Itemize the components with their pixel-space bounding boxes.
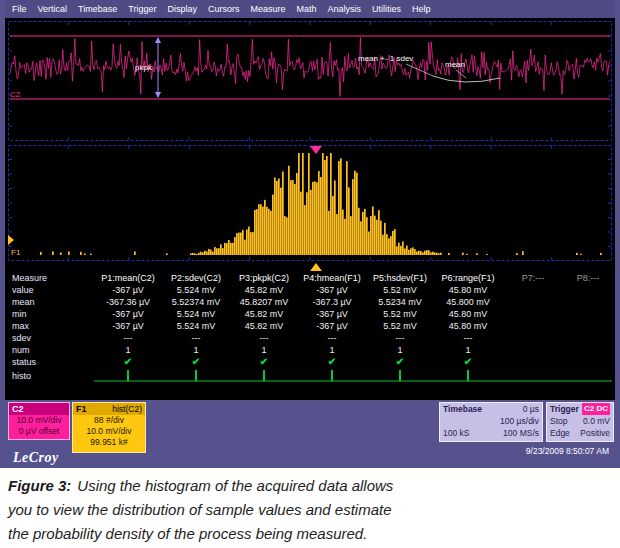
measure-col-header-p5[interactable]: P5:hsdev(F1) xyxy=(366,272,434,284)
measure-value-p6: 45.80 mV xyxy=(434,284,502,296)
measure-row-label-histo: histo xyxy=(8,368,94,384)
measure-row-value: value-367 µV5.524 mV45.82 mV-367 µV5.52 … xyxy=(8,284,612,296)
measure-num-p5: 1 xyxy=(366,344,434,356)
measure-col-header-p4[interactable]: P4:hmean(F1) xyxy=(298,272,366,284)
menu-bar: FileVerticalTimebaseTriggerDisplayCursor… xyxy=(5,0,615,18)
measure-row-num: num111111 xyxy=(8,344,612,356)
measure-sdev-p4: --- xyxy=(298,332,366,344)
measure-sdev-p3: --- xyxy=(230,332,298,344)
histogram-panel: F1 xyxy=(8,145,612,261)
measure-value-p1: -367 µV xyxy=(94,284,162,296)
waveform-trace-canvas: pkpkmean +- 1 sdevmeanC2 xyxy=(8,21,612,141)
scope-bottom-panel: C2 10.0 mV/div 0 µV offset F1 hist(C2) 8… xyxy=(5,400,615,468)
measure-max-p8 xyxy=(564,320,612,332)
measure-col-header-p3[interactable]: P3:pkpk(C2) xyxy=(230,272,298,284)
histo-icons-strip xyxy=(94,368,612,384)
timebase-label: Timebase xyxy=(443,403,482,415)
measure-max-p5: 5.52 mV xyxy=(366,320,434,332)
measure-num-p7 xyxy=(502,344,564,356)
measure-col-header-p8[interactable]: P8:--- xyxy=(564,272,612,284)
measure-col-header-p1[interactable]: P1:mean(C2) xyxy=(94,272,162,284)
menu-item-display[interactable]: Display xyxy=(167,4,197,14)
timebase-sample-rate: 100 MS/s xyxy=(503,427,539,439)
measure-col-header-p6[interactable]: P6:range(F1) xyxy=(434,272,502,284)
measure-status-p8 xyxy=(564,356,612,368)
measure-min-p3: 45.82 mV xyxy=(230,308,298,320)
menu-item-timebase[interactable]: Timebase xyxy=(78,4,117,14)
f1-position-marker-icon xyxy=(310,263,322,271)
measure-status-p7 xyxy=(502,356,564,368)
svg-text:F1: F1 xyxy=(11,248,21,257)
measure-value-p2: 5.524 mV xyxy=(162,284,230,296)
measure-row-label-value: value xyxy=(8,284,94,296)
f1-sample-count: 99.951 k# xyxy=(73,437,145,448)
measure-max-p4: -367 µV xyxy=(298,320,366,332)
measure-num-p4: 1 xyxy=(298,344,366,356)
menu-item-analysis[interactable]: Analysis xyxy=(327,4,361,14)
menu-item-utilities[interactable]: Utilities xyxy=(372,4,401,14)
measure-min-p1: -367 µV xyxy=(94,308,162,320)
menu-item-cursors[interactable]: Cursors xyxy=(208,4,240,14)
function-f1-descriptor[interactable]: F1 hist(C2) 88 #/div 10.0 mV/div 99.951 … xyxy=(72,402,146,453)
svg-text:mean: mean xyxy=(445,60,465,69)
svg-text:pkpk: pkpk xyxy=(135,63,153,72)
measure-row-label-min: min xyxy=(8,308,94,320)
measure-num-p1: 1 xyxy=(94,344,162,356)
trigger-label: Trigger xyxy=(550,403,579,415)
measure-row-sdev: sdev------------------ xyxy=(8,332,612,344)
measure-num-p2: 1 xyxy=(162,344,230,356)
measure-sdev-p5: --- xyxy=(366,332,434,344)
f1-bin-scale: 88 #/div xyxy=(73,415,145,426)
measure-mean-p6: 45.800 mV xyxy=(434,296,502,308)
measure-value-p5: 5.52 mV xyxy=(366,284,434,296)
menu-item-help[interactable]: Help xyxy=(412,4,431,14)
menu-item-measure[interactable]: Measure xyxy=(250,4,285,14)
timebase-samples: 100 kS xyxy=(443,427,469,439)
measure-header-row: MeasureP1:mean(C2)P2:sdev(C2)P3:pkpk(C2)… xyxy=(8,272,612,284)
measure-mean-p1: -367.36 µV xyxy=(94,296,162,308)
measure-mean-p4: -367.3 µV xyxy=(298,296,366,308)
measure-sdev-p7 xyxy=(502,332,564,344)
f1-source: hist(C2) xyxy=(112,404,142,414)
measure-row-label-status: status xyxy=(8,356,94,368)
measure-row-label-mean: mean xyxy=(8,296,94,308)
channel-c2-descriptor[interactable]: C2 10.0 mV/div 0 µV offset xyxy=(8,402,70,440)
measure-max-p6: 45.80 mV xyxy=(434,320,502,332)
menu-item-file[interactable]: File xyxy=(12,4,27,14)
measure-status-p1: ✔ xyxy=(94,356,162,368)
measure-num-p6: 1 xyxy=(434,344,502,356)
measure-max-p3: 45.82 mV xyxy=(230,320,298,332)
measure-min-p8 xyxy=(564,308,612,320)
measure-status-p4: ✔ xyxy=(298,356,366,368)
menu-item-math[interactable]: Math xyxy=(296,4,316,14)
histogram-trace-canvas: F1 xyxy=(8,145,612,261)
measure-mean-p2: 5.52374 mV xyxy=(162,296,230,308)
figure-caption: Figure 3:Using the histogram of the acqu… xyxy=(0,468,620,548)
measure-sdev-p2: --- xyxy=(162,332,230,344)
caption-line-2: you to view the distribution of sample v… xyxy=(8,498,612,522)
c2-volts-per-div: 10.0 mV/div xyxy=(9,415,69,426)
menu-item-trigger[interactable]: Trigger xyxy=(128,4,156,14)
c2-offset: 0 µV offset xyxy=(9,426,69,437)
svg-text:mean +- 1 sdev: mean +- 1 sdev xyxy=(358,54,413,63)
trigger-level: 0.0 mV xyxy=(583,415,610,427)
oscilloscope-screen: FileVerticalTimebaseTriggerDisplayCursor… xyxy=(0,0,620,468)
menu-item-vertical[interactable]: Vertical xyxy=(38,4,68,14)
measure-row-min: min-367 µV5.524 mV45.82 mV-367 µV5.52 mV… xyxy=(8,308,612,320)
measure-max-p7 xyxy=(502,320,564,332)
trigger-mode: Stop xyxy=(550,415,568,427)
trigger-descriptor[interactable]: Trigger C2 DC Stop 0.0 mV Edge Positive xyxy=(546,402,614,442)
measure-min-p7 xyxy=(502,308,564,320)
measure-col-header-p7[interactable]: P7:--- xyxy=(502,272,564,284)
f1-label: F1 xyxy=(76,404,87,414)
measure-min-p2: 5.524 mV xyxy=(162,308,230,320)
measure-row-status: status✔✔✔✔✔✔ xyxy=(8,356,612,368)
caption-line-3: the probability density of the process b… xyxy=(8,522,612,546)
f1-horizontal-scale: 10.0 mV/div xyxy=(73,426,145,437)
measure-value-p3: 45.82 mV xyxy=(230,284,298,296)
measure-col-header-p2[interactable]: P2:sdev(C2) xyxy=(162,272,230,284)
measure-row-max: max-367 µV5.524 mV45.82 mV-367 µV5.52 mV… xyxy=(8,320,612,332)
timebase-descriptor[interactable]: Timebase 0 µs 100 µs/div 100 kS 100 MS/s xyxy=(439,402,543,442)
measure-value-p8 xyxy=(564,284,612,296)
measure-status-p5: ✔ xyxy=(366,356,434,368)
